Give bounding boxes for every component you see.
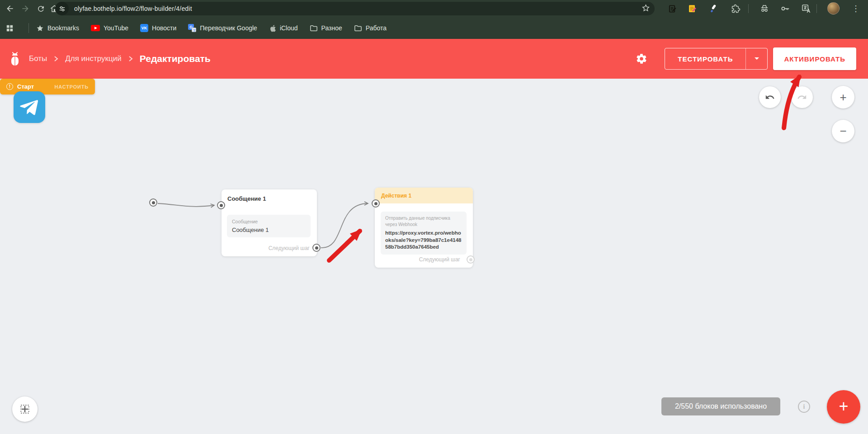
test-button[interactable]: ТЕСТИРОВАТЬ — [665, 48, 768, 70]
next-step-label: Следующий шаг — [269, 245, 310, 251]
actions-node-header: Действия 1 — [375, 188, 473, 203]
notes-extension-icon[interactable] — [666, 3, 678, 14]
blocks-used-text: 2/550 блоков использовано — [675, 402, 767, 410]
bookmarks-bar: Bookmarks YouTube VK Новости G Переводчи… — [0, 17, 868, 39]
star-icon — [36, 24, 44, 32]
bookmark-folder-work[interactable]: Работа — [354, 24, 387, 32]
message-input-port[interactable] — [217, 201, 225, 209]
undo-button[interactable] — [759, 86, 781, 108]
actions-input-port[interactable] — [372, 199, 380, 208]
bookmark-icloud[interactable]: iCloud — [269, 24, 298, 32]
alert-circle-icon: ! — [6, 83, 13, 90]
browser-toolbar: olyfae.bothelp.io/flow2/flow-builder/4/e… — [0, 0, 868, 17]
breadcrumb-bots[interactable]: Боты — [29, 54, 47, 63]
telegram-channel-icon — [14, 91, 45, 123]
bookmark-folder-misc[interactable]: Разное — [310, 24, 342, 32]
breadcrumb-flow[interactable]: Для инструкций — [65, 54, 121, 63]
bookmark-star-icon[interactable] — [642, 4, 650, 14]
apple-icon — [269, 24, 276, 32]
message-node-title: Сообщение 1 — [222, 189, 317, 202]
bookmark-youtube[interactable]: YouTube — [91, 24, 128, 32]
bothelp-logo-icon[interactable] — [9, 51, 21, 66]
forward-icon[interactable] — [20, 3, 31, 14]
test-button-label: ТЕСТИРОВАТЬ — [665, 55, 745, 63]
undo-icon — [765, 92, 775, 102]
activate-button-label: АКТИВИРОВАТЬ — [784, 55, 845, 63]
redo-button[interactable] — [791, 86, 813, 108]
activate-button[interactable]: АКТИВИРОВАТЬ — [773, 47, 856, 70]
webhook-field-label: Отправить данные подписчика через Webhoo… — [385, 215, 462, 227]
reload-icon[interactable] — [35, 3, 46, 14]
info-icon[interactable]: i — [798, 401, 810, 413]
apps-grid-icon[interactable] — [5, 24, 14, 33]
toolbar-divider — [816, 4, 817, 13]
app-header: Боты Для инструкций Редактировать ТЕСТИР… — [0, 39, 868, 79]
incognito-extension-icon[interactable] — [759, 3, 770, 14]
browser-menu-icon[interactable]: ⋮ — [852, 3, 860, 14]
next-step-label: Следующий шаг — [419, 256, 460, 263]
start-node[interactable]: ! Старт НАСТРОИТЬ — [0, 79, 95, 94]
bookmark-label: Переводчик Google — [200, 24, 257, 32]
actions-node-title: Действия 1 — [381, 193, 411, 199]
bookmarks-divider — [28, 23, 29, 33]
vk-icon: VK — [140, 24, 148, 32]
bookmark-label: Разное — [321, 24, 342, 32]
flow-canvas[interactable]: ! Старт НАСТРОИТЬ Сообщение 1 Сообщение … — [0, 79, 868, 434]
translate-extension-icon[interactable] — [800, 3, 812, 14]
fit-view-button[interactable] — [12, 396, 38, 422]
minus-icon: − — [840, 125, 846, 137]
url-bar[interactable]: olyfae.bothelp.io/flow2/flow-builder/4/e… — [55, 2, 655, 15]
settings-gear-icon[interactable] — [636, 53, 647, 65]
zoom-out-button[interactable]: − — [832, 120, 854, 142]
configure-link[interactable]: НАСТРОИТЬ — [55, 84, 89, 90]
bookmark-label: Bookmarks — [47, 24, 79, 32]
youtube-icon — [91, 25, 100, 31]
url-text[interactable]: olyfae.bothelp.io/flow2/flow-builder/4/e… — [74, 5, 642, 12]
actions-node[interactable]: Действия 1 Отправить данные подписчика ч… — [375, 188, 473, 268]
message-field[interactable]: Сообщение Сообщение 1 — [227, 215, 311, 237]
start-output-port[interactable] — [149, 198, 157, 207]
site-info-icon[interactable] — [55, 2, 69, 15]
plus-icon: + — [839, 398, 848, 415]
folder-icon — [310, 24, 318, 32]
add-block-button[interactable]: + — [827, 390, 860, 424]
chevron-right-icon — [53, 56, 59, 62]
webhook-field[interactable]: Отправить данные подписчика через Webhoo… — [381, 212, 467, 255]
redo-icon — [797, 92, 807, 102]
message-field-label: Сообщение — [232, 219, 306, 224]
blocks-used-badge: 2/550 блоков использовано — [661, 397, 780, 415]
bookmark-label: YouTube — [104, 24, 128, 32]
profile-avatar[interactable] — [827, 2, 840, 14]
plus-icon: + — [840, 91, 846, 103]
message-output-port[interactable] — [312, 244, 321, 252]
page-title: Редактировать — [140, 53, 211, 64]
chevron-right-icon — [128, 56, 133, 62]
pen-extension-icon[interactable] — [708, 3, 719, 14]
toolbar-divider — [748, 4, 749, 13]
bookmark-label: Новости — [152, 24, 176, 32]
message-node[interactable]: Сообщение 1 Сообщение Сообщение 1 Следую… — [222, 189, 317, 256]
google-translate-icon: G — [188, 24, 196, 32]
chevron-down-icon — [754, 57, 760, 61]
bookmark-folder-bookmarks[interactable]: Bookmarks — [36, 24, 79, 32]
test-dropdown-button[interactable] — [745, 48, 767, 69]
zoom-in-button[interactable]: + — [832, 86, 854, 108]
bookmark-label: iCloud — [280, 24, 298, 32]
webhook-url-value: https://proxy.vortex.pro/webhooks/sale?k… — [385, 230, 462, 251]
bookmark-label: Работа — [366, 24, 387, 32]
password-key-extension-icon[interactable] — [779, 3, 791, 14]
extensions-puzzle-icon[interactable] — [730, 3, 741, 14]
bookmark-google-translate[interactable]: G Переводчик Google — [188, 24, 257, 32]
folder-icon — [354, 24, 362, 32]
message-field-value: Сообщение 1 — [232, 226, 306, 233]
actions-output-port[interactable] — [467, 255, 475, 264]
back-icon[interactable] — [5, 3, 15, 14]
bookmark-news[interactable]: VK Новости — [140, 24, 176, 32]
browser-window: olyfae.bothelp.io/flow2/flow-builder/4/e… — [0, 0, 868, 434]
yellow-notepad-extension-icon[interactable] — [686, 3, 698, 14]
start-node-title: Старт — [17, 83, 34, 90]
fit-view-icon — [19, 403, 31, 415]
